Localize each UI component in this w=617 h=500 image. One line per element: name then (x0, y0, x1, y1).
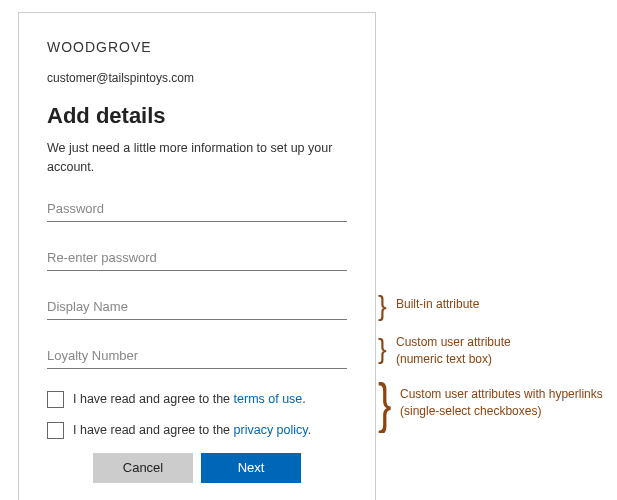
brace-icon: } (378, 292, 387, 319)
annotation-custom-numeric-line2: (numeric text box) (396, 352, 492, 366)
terms-prefix: I have read and agree to the (73, 392, 234, 406)
terms-row: I have read and agree to the terms of us… (47, 391, 347, 408)
reenter-password-input[interactable] (47, 244, 347, 271)
privacy-suffix: . (308, 423, 311, 437)
annotation-custom-checks-line2: (single-select checkboxes) (400, 404, 541, 418)
terms-suffix: . (302, 392, 305, 406)
button-row: Cancel Next (47, 453, 347, 483)
password-input[interactable] (47, 195, 347, 222)
annotation-custom-checks: Custom user attributes with hyperlinks (… (400, 386, 603, 420)
privacy-checkbox[interactable] (47, 422, 64, 439)
annotation-custom-numeric: Custom user attribute (numeric text box) (396, 334, 511, 368)
privacy-label: I have read and agree to the privacy pol… (73, 423, 311, 437)
brace-icon: } (378, 374, 391, 430)
loyalty-number-input[interactable] (47, 342, 347, 369)
brace-icon: } (378, 335, 387, 362)
annotation-builtin: Built-in attribute (396, 296, 479, 313)
cancel-button[interactable]: Cancel (93, 453, 193, 483)
privacy-row: I have read and agree to the privacy pol… (47, 422, 347, 439)
terms-label: I have read and agree to the terms of us… (73, 392, 306, 406)
brand-name: WOODGROVE (47, 39, 347, 55)
annotation-custom-checks-line1: Custom user attributes with hyperlinks (400, 387, 603, 401)
terms-of-use-link[interactable]: terms of use (234, 392, 303, 406)
privacy-prefix: I have read and agree to the (73, 423, 234, 437)
terms-checkbox[interactable] (47, 391, 64, 408)
page-subtitle: We just need a little more information t… (47, 139, 347, 177)
user-email: customer@tailspintoys.com (47, 71, 347, 85)
privacy-policy-link[interactable]: privacy policy (234, 423, 308, 437)
next-button[interactable]: Next (201, 453, 301, 483)
signup-card: WOODGROVE customer@tailspintoys.com Add … (18, 12, 376, 500)
display-name-input[interactable] (47, 293, 347, 320)
page-title: Add details (47, 103, 347, 129)
annotation-custom-numeric-line1: Custom user attribute (396, 335, 511, 349)
